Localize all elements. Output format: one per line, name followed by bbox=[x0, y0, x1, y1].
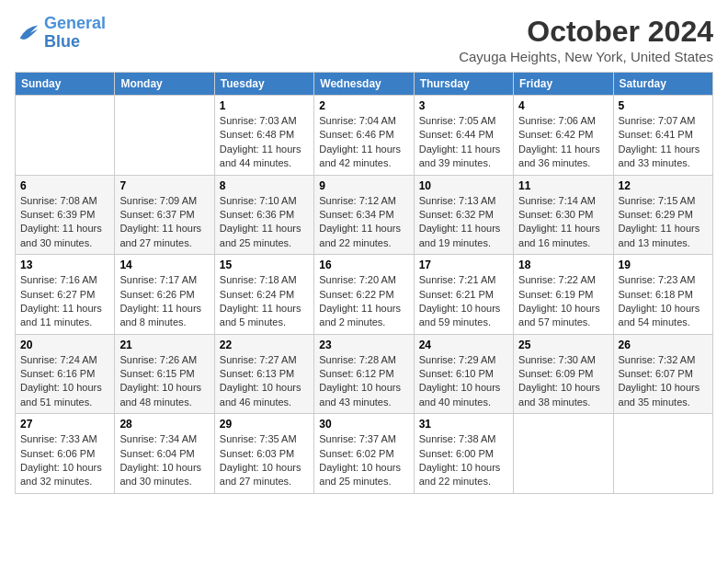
day-info: Sunrise: 7:22 AM Sunset: 6:19 PM Dayligh… bbox=[518, 273, 608, 330]
day-number: 30 bbox=[319, 418, 408, 431]
weekday-header: Tuesday bbox=[214, 73, 313, 96]
calendar-body: 1Sunrise: 7:03 AM Sunset: 6:48 PM Daylig… bbox=[16, 96, 713, 494]
logo-bird-icon bbox=[15, 20, 40, 46]
day-number: 14 bbox=[119, 259, 209, 271]
day-number: 26 bbox=[619, 339, 708, 351]
calendar-cell: 5Sunrise: 7:07 AM Sunset: 6:41 PM Daylig… bbox=[613, 96, 712, 176]
day-info: Sunrise: 7:21 AM Sunset: 6:21 PM Dayligh… bbox=[419, 273, 508, 330]
day-info: Sunrise: 7:33 AM Sunset: 6:06 PM Dayligh… bbox=[20, 432, 109, 489]
calendar-cell: 15Sunrise: 7:18 AM Sunset: 6:24 PM Dayli… bbox=[214, 255, 313, 335]
location-title: Cayuga Heights, New York, United States bbox=[459, 49, 713, 64]
day-number: 13 bbox=[20, 259, 109, 271]
day-number: 7 bbox=[119, 179, 209, 192]
day-number: 31 bbox=[419, 418, 508, 431]
day-number: 25 bbox=[518, 339, 608, 351]
day-info: Sunrise: 7:09 AM Sunset: 6:37 PM Dayligh… bbox=[119, 194, 209, 251]
calendar-cell: 28Sunrise: 7:34 AM Sunset: 6:04 PM Dayli… bbox=[115, 414, 214, 494]
calendar-cell: 14Sunrise: 7:17 AM Sunset: 6:26 PM Dayli… bbox=[115, 255, 214, 335]
calendar-week-row: 6Sunrise: 7:08 AM Sunset: 6:39 PM Daylig… bbox=[16, 175, 713, 255]
day-number: 20 bbox=[20, 339, 109, 351]
calendar-cell: 13Sunrise: 7:16 AM Sunset: 6:27 PM Dayli… bbox=[16, 255, 115, 335]
day-info: Sunrise: 7:23 AM Sunset: 6:18 PM Dayligh… bbox=[619, 273, 708, 330]
day-number: 17 bbox=[419, 259, 508, 271]
month-title: October 2024 bbox=[459, 15, 713, 49]
calendar-cell bbox=[115, 96, 214, 176]
day-info: Sunrise: 7:26 AM Sunset: 6:15 PM Dayligh… bbox=[119, 353, 209, 410]
calendar-cell: 1Sunrise: 7:03 AM Sunset: 6:48 PM Daylig… bbox=[214, 96, 313, 176]
day-info: Sunrise: 7:30 AM Sunset: 6:09 PM Dayligh… bbox=[518, 353, 608, 410]
calendar-cell: 17Sunrise: 7:21 AM Sunset: 6:21 PM Dayli… bbox=[414, 255, 513, 335]
calendar-week-row: 13Sunrise: 7:16 AM Sunset: 6:27 PM Dayli… bbox=[16, 255, 713, 335]
day-number: 3 bbox=[419, 99, 508, 112]
calendar-cell: 2Sunrise: 7:04 AM Sunset: 6:46 PM Daylig… bbox=[314, 96, 414, 176]
calendar-cell: 31Sunrise: 7:38 AM Sunset: 6:00 PM Dayli… bbox=[414, 414, 513, 494]
day-number: 10 bbox=[419, 179, 508, 192]
day-number: 18 bbox=[518, 259, 608, 271]
day-info: Sunrise: 7:04 AM Sunset: 6:46 PM Dayligh… bbox=[319, 114, 408, 171]
calendar-cell bbox=[514, 414, 613, 494]
day-number: 15 bbox=[220, 259, 309, 271]
calendar-table: SundayMondayTuesdayWednesdayThursdayFrid… bbox=[15, 72, 713, 494]
calendar-cell: 19Sunrise: 7:23 AM Sunset: 6:18 PM Dayli… bbox=[613, 255, 712, 335]
day-number: 19 bbox=[619, 259, 708, 271]
day-number: 11 bbox=[518, 179, 608, 192]
calendar-cell: 12Sunrise: 7:15 AM Sunset: 6:29 PM Dayli… bbox=[613, 175, 712, 255]
calendar-cell: 10Sunrise: 7:13 AM Sunset: 6:32 PM Dayli… bbox=[414, 175, 513, 255]
day-info: Sunrise: 7:06 AM Sunset: 6:42 PM Dayligh… bbox=[518, 114, 608, 171]
day-info: Sunrise: 7:13 AM Sunset: 6:32 PM Dayligh… bbox=[419, 194, 508, 251]
day-number: 9 bbox=[319, 179, 408, 192]
day-info: Sunrise: 7:12 AM Sunset: 6:34 PM Dayligh… bbox=[319, 194, 408, 251]
day-number: 6 bbox=[20, 179, 109, 192]
calendar-cell: 23Sunrise: 7:28 AM Sunset: 6:12 PM Dayli… bbox=[314, 334, 414, 414]
day-info: Sunrise: 7:27 AM Sunset: 6:13 PM Dayligh… bbox=[220, 353, 309, 410]
page-header: General Blue October 2024 Cayuga Heights… bbox=[15, 15, 713, 64]
day-info: Sunrise: 7:37 AM Sunset: 6:02 PM Dayligh… bbox=[319, 432, 408, 489]
calendar-cell: 25Sunrise: 7:30 AM Sunset: 6:09 PM Dayli… bbox=[514, 334, 613, 414]
day-number: 4 bbox=[518, 99, 608, 112]
weekday-header: Monday bbox=[115, 73, 214, 96]
day-info: Sunrise: 7:20 AM Sunset: 6:22 PM Dayligh… bbox=[319, 273, 408, 330]
calendar-cell: 9Sunrise: 7:12 AM Sunset: 6:34 PM Daylig… bbox=[314, 175, 414, 255]
day-number: 23 bbox=[319, 339, 408, 351]
calendar-week-row: 1Sunrise: 7:03 AM Sunset: 6:48 PM Daylig… bbox=[16, 96, 713, 176]
calendar-cell: 18Sunrise: 7:22 AM Sunset: 6:19 PM Dayli… bbox=[514, 255, 613, 335]
calendar-cell: 3Sunrise: 7:05 AM Sunset: 6:44 PM Daylig… bbox=[414, 96, 513, 176]
day-number: 2 bbox=[319, 99, 408, 112]
calendar-cell bbox=[613, 414, 712, 494]
day-info: Sunrise: 7:17 AM Sunset: 6:26 PM Dayligh… bbox=[119, 273, 209, 330]
day-number: 22 bbox=[220, 339, 309, 351]
weekday-header: Friday bbox=[514, 73, 613, 96]
logo: General Blue bbox=[15, 15, 106, 52]
weekday-header: Saturday bbox=[613, 73, 712, 96]
day-info: Sunrise: 7:28 AM Sunset: 6:12 PM Dayligh… bbox=[319, 353, 408, 410]
day-number: 29 bbox=[220, 418, 309, 431]
weekday-header: Wednesday bbox=[314, 73, 414, 96]
day-number: 24 bbox=[419, 339, 508, 351]
calendar-cell: 16Sunrise: 7:20 AM Sunset: 6:22 PM Dayli… bbox=[314, 255, 414, 335]
calendar-cell bbox=[16, 96, 115, 176]
title-block: October 2024 Cayuga Heights, New York, U… bbox=[459, 15, 713, 64]
calendar-cell: 4Sunrise: 7:06 AM Sunset: 6:42 PM Daylig… bbox=[514, 96, 613, 176]
day-info: Sunrise: 7:08 AM Sunset: 6:39 PM Dayligh… bbox=[20, 194, 109, 251]
calendar-cell: 20Sunrise: 7:24 AM Sunset: 6:16 PM Dayli… bbox=[16, 334, 115, 414]
day-info: Sunrise: 7:24 AM Sunset: 6:16 PM Dayligh… bbox=[20, 353, 109, 410]
calendar-week-row: 27Sunrise: 7:33 AM Sunset: 6:06 PM Dayli… bbox=[16, 414, 713, 494]
logo-text: General Blue bbox=[44, 15, 106, 52]
calendar-cell: 26Sunrise: 7:32 AM Sunset: 6:07 PM Dayli… bbox=[613, 334, 712, 414]
calendar-cell: 11Sunrise: 7:14 AM Sunset: 6:30 PM Dayli… bbox=[514, 175, 613, 255]
weekday-header: Sunday bbox=[16, 73, 115, 96]
day-info: Sunrise: 7:16 AM Sunset: 6:27 PM Dayligh… bbox=[20, 273, 109, 330]
day-number: 16 bbox=[319, 259, 408, 271]
day-info: Sunrise: 7:18 AM Sunset: 6:24 PM Dayligh… bbox=[220, 273, 309, 330]
day-info: Sunrise: 7:05 AM Sunset: 6:44 PM Dayligh… bbox=[419, 114, 508, 171]
day-info: Sunrise: 7:32 AM Sunset: 6:07 PM Dayligh… bbox=[619, 353, 708, 410]
calendar-cell: 8Sunrise: 7:10 AM Sunset: 6:36 PM Daylig… bbox=[214, 175, 313, 255]
calendar-cell: 27Sunrise: 7:33 AM Sunset: 6:06 PM Dayli… bbox=[16, 414, 115, 494]
day-number: 28 bbox=[119, 418, 209, 431]
day-number: 21 bbox=[119, 339, 209, 351]
calendar-week-row: 20Sunrise: 7:24 AM Sunset: 6:16 PM Dayli… bbox=[16, 334, 713, 414]
calendar-cell: 22Sunrise: 7:27 AM Sunset: 6:13 PM Dayli… bbox=[214, 334, 313, 414]
day-info: Sunrise: 7:15 AM Sunset: 6:29 PM Dayligh… bbox=[619, 194, 708, 251]
calendar-header: SundayMondayTuesdayWednesdayThursdayFrid… bbox=[16, 73, 713, 96]
day-number: 5 bbox=[619, 99, 708, 112]
